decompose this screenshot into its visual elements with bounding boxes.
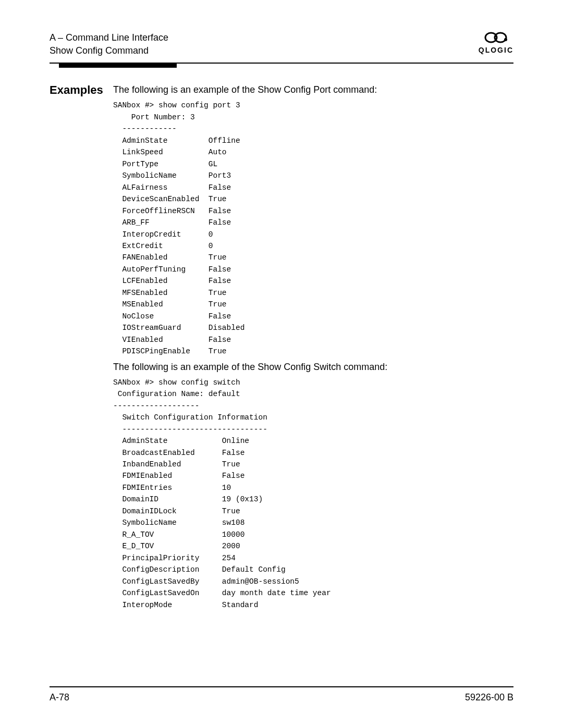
brand-name: QLOGIC [479,46,513,54]
page-header: A – Command Line Interface Show Config C… [50,31,513,57]
section-body: The following is an example of the Show … [113,83,513,615]
page-number: A-78 [50,692,69,703]
header-line2: Show Config Command [50,44,168,57]
header-black-bar [59,63,177,68]
intro-text-1: The following is an example of the Show … [113,84,513,95]
footer-rule [50,686,513,687]
svg-point-2 [504,38,507,41]
header-line1: A – Command Line Interface [50,31,168,44]
doc-number: 59226-00 B [465,692,513,703]
qlogic-icon [480,31,512,44]
header-text: A – Command Line Interface Show Config C… [50,31,168,57]
brand-logo: QLOGIC [479,31,513,54]
section-label: Examples [50,83,113,97]
intro-text-2: The following is an example of the Show … [113,362,513,373]
header-rule [50,63,513,64]
code-block-2: SANbox #> show config switch Configurati… [113,377,513,611]
code-block-1: SANbox #> show config port 3 Port Number… [113,100,513,357]
page-footer: A-78 59226-00 B [50,692,513,703]
